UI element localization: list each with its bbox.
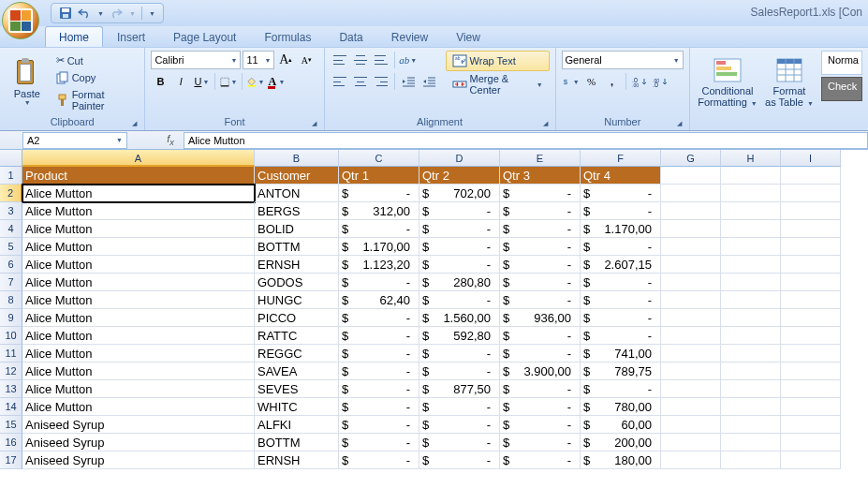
- cell[interactable]: [781, 416, 841, 434]
- cell[interactable]: $-: [419, 416, 500, 434]
- cell[interactable]: [721, 362, 781, 380]
- row-header[interactable]: 12: [0, 362, 22, 380]
- column-header[interactable]: B: [255, 150, 339, 167]
- cut-button[interactable]: ✂ Cut: [52, 52, 140, 68]
- column-header[interactable]: D: [419, 150, 500, 167]
- cell[interactable]: $741,00: [581, 345, 661, 362]
- cell[interactable]: $-: [500, 345, 581, 362]
- cell[interactable]: Alice Mutton: [22, 398, 255, 416]
- wrap-text-button[interactable]: ab Wrap Text: [446, 51, 550, 71]
- cell[interactable]: Qtr 1: [339, 167, 419, 185]
- cell[interactable]: [781, 345, 841, 362]
- cell[interactable]: $-: [500, 398, 581, 416]
- cell[interactable]: $-: [500, 202, 581, 220]
- cell[interactable]: $1.560,00: [419, 309, 500, 327]
- cell[interactable]: Alice Mutton: [22, 327, 255, 345]
- align-right-button[interactable]: [372, 72, 390, 91]
- cell[interactable]: $-: [339, 380, 419, 398]
- cell[interactable]: [721, 398, 781, 416]
- cell[interactable]: $-: [500, 274, 581, 291]
- cell[interactable]: [721, 327, 781, 345]
- cell[interactable]: SAVEA: [255, 362, 339, 380]
- row-header[interactable]: 2: [0, 185, 22, 202]
- column-header[interactable]: I: [781, 150, 841, 167]
- worksheet[interactable]: ABCDEFGHI 1ProductCustomerQtr 1Qtr 2Qtr …: [0, 150, 868, 469]
- cell[interactable]: RATTC: [255, 327, 339, 345]
- underline-button[interactable]: U▼: [192, 72, 211, 91]
- cell[interactable]: Alice Mutton: [22, 362, 255, 380]
- orientation-button[interactable]: ab▼: [399, 51, 418, 69]
- cell[interactable]: Aniseed Syrup: [22, 434, 255, 451]
- cell[interactable]: [661, 416, 721, 434]
- copy-button[interactable]: Copy: [52, 69, 140, 86]
- tab-insert[interactable]: Insert: [103, 26, 159, 47]
- row-header[interactable]: 14: [0, 398, 22, 416]
- cell[interactable]: $-: [419, 398, 500, 416]
- cell[interactable]: $-: [339, 416, 419, 434]
- cell[interactable]: BOTTM: [255, 434, 339, 451]
- column-header[interactable]: F: [581, 150, 661, 167]
- accounting-format-button[interactable]: $▼: [562, 72, 581, 91]
- cell[interactable]: $780,00: [581, 398, 661, 416]
- cell[interactable]: [661, 274, 721, 291]
- cell[interactable]: $-: [500, 220, 581, 238]
- row-header[interactable]: 17: [0, 451, 22, 469]
- cell[interactable]: [661, 398, 721, 416]
- font-name-dropdown[interactable]: Calibri▼: [151, 51, 241, 69]
- cell[interactable]: Alice Mutton: [22, 309, 255, 327]
- cell[interactable]: $-: [419, 451, 500, 469]
- format-as-table-button[interactable]: Format as Table ▼: [763, 51, 816, 112]
- cell[interactable]: [721, 238, 781, 256]
- cell[interactable]: $-: [581, 380, 661, 398]
- border-button[interactable]: ▼: [219, 72, 238, 91]
- cell[interactable]: $-: [419, 256, 500, 274]
- cell[interactable]: Alice Mutton: [22, 291, 255, 309]
- cell[interactable]: [781, 256, 841, 274]
- cell[interactable]: ALFKI: [255, 416, 339, 434]
- cell[interactable]: Alice Mutton: [22, 380, 255, 398]
- percent-button[interactable]: %: [582, 72, 601, 91]
- row-header[interactable]: 11: [0, 345, 22, 362]
- cell[interactable]: [661, 238, 721, 256]
- cell[interactable]: [661, 202, 721, 220]
- column-header[interactable]: H: [721, 150, 781, 167]
- fx-icon[interactable]: fx: [161, 133, 180, 147]
- cell[interactable]: [721, 220, 781, 238]
- tab-page-layout[interactable]: Page Layout: [159, 26, 250, 47]
- align-left-button[interactable]: [331, 72, 349, 91]
- row-header[interactable]: 4: [0, 220, 22, 238]
- cell[interactable]: [661, 309, 721, 327]
- cell[interactable]: [721, 345, 781, 362]
- cell[interactable]: Alice Mutton: [22, 185, 255, 202]
- cell[interactable]: $-: [339, 434, 419, 451]
- column-header[interactable]: E: [500, 150, 581, 167]
- cell[interactable]: $312,00: [339, 202, 419, 220]
- undo-icon[interactable]: [78, 7, 91, 20]
- cell[interactable]: [781, 434, 841, 451]
- cell[interactable]: BERGS: [255, 202, 339, 220]
- cell[interactable]: $936,00: [500, 309, 581, 327]
- cell[interactable]: [781, 202, 841, 220]
- cell[interactable]: $-: [339, 362, 419, 380]
- cell[interactable]: ERNSH: [255, 451, 339, 469]
- cell[interactable]: $-: [339, 220, 419, 238]
- row-header[interactable]: 6: [0, 256, 22, 274]
- row-header[interactable]: 8: [0, 291, 22, 309]
- cell[interactable]: Qtr 3: [500, 167, 581, 185]
- cell[interactable]: Alice Mutton: [22, 345, 255, 362]
- cell[interactable]: Product: [22, 167, 255, 185]
- cell[interactable]: Aniseed Syrup: [22, 451, 255, 469]
- cell[interactable]: [781, 327, 841, 345]
- cell[interactable]: $-: [581, 185, 661, 202]
- qat-customize[interactable]: ▼: [149, 10, 155, 17]
- office-button[interactable]: [2, 2, 39, 39]
- formula-bar[interactable]: Alice Mutton: [184, 132, 868, 149]
- cell[interactable]: [721, 256, 781, 274]
- tab-data[interactable]: Data: [325, 26, 376, 47]
- cell[interactable]: $-: [581, 291, 661, 309]
- increase-decimal-button[interactable]: .0.00: [630, 72, 649, 91]
- cell[interactable]: [661, 185, 721, 202]
- cell[interactable]: $-: [339, 327, 419, 345]
- cell[interactable]: $-: [581, 274, 661, 291]
- cell[interactable]: $280,80: [419, 274, 500, 291]
